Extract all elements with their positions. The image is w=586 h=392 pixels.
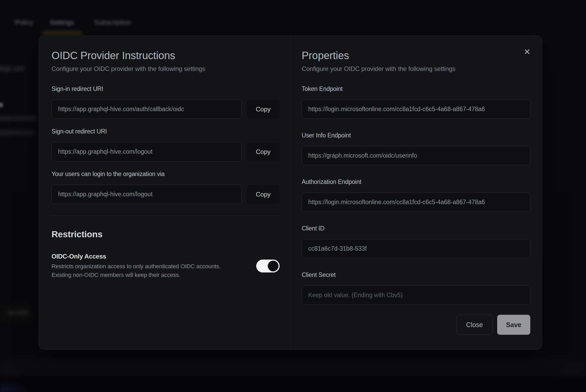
token-endpoint-input[interactable] (302, 100, 530, 119)
oidc-only-toggle[interactable] (256, 260, 280, 272)
close-button[interactable]: Close (456, 315, 493, 335)
sign-in-redirect-uri-label: Sign-in redirect URI (52, 85, 280, 93)
field-group: Your users can login to the organization… (52, 170, 280, 204)
field-group: User Info Endpoint (302, 131, 530, 165)
field-group: Client Secret (302, 271, 530, 305)
oidc-only-access-text: OIDC-Only Access Restricts organization … (52, 252, 220, 279)
copy-button[interactable]: Copy (247, 142, 280, 161)
authorization-endpoint-input[interactable] (302, 193, 530, 212)
org-login-uri-input[interactable] (52, 185, 241, 204)
field-group: Authorization Endpoint (302, 178, 530, 212)
user-info-endpoint-label: User Info Endpoint (302, 131, 530, 139)
oidc-only-access-description: Restricts organization access to only au… (52, 262, 220, 279)
field-group: Token Endpoint (302, 85, 530, 119)
instructions-subtitle: Configure your OIDC provider with the fo… (52, 65, 280, 73)
field-group: Sign-out redirect URI Copy (52, 127, 280, 161)
section-divider (52, 216, 280, 216)
properties-title: Properties (302, 49, 530, 62)
toggle-knob (268, 261, 279, 271)
client-secret-label: Client Secret (302, 271, 530, 279)
restrictions-title: Restrictions (52, 229, 280, 239)
oidc-only-access-label: OIDC-Only Access (52, 252, 220, 260)
copy-button[interactable]: Copy (247, 100, 280, 119)
instructions-pane: OIDC Provider Instructions Configure you… (39, 36, 291, 349)
sign-out-redirect-uri-label: Sign-out redirect URI (52, 127, 280, 135)
org-login-uri-label: Your users can login to the organization… (52, 170, 280, 178)
authorization-endpoint-label: Authorization Endpoint (302, 178, 530, 186)
oidc-settings-dialog: ✕ OIDC Provider Instructions Configure y… (39, 35, 542, 350)
properties-subtitle: Configure your OIDC provider with the fo… (302, 65, 530, 73)
properties-pane: Properties Configure your OIDC provider … (291, 36, 542, 349)
sign-out-redirect-uri-input[interactable] (52, 142, 241, 161)
description-line: Existing non-OIDC members will keep thei… (52, 272, 180, 278)
instructions-title: OIDC Provider Instructions (52, 49, 280, 62)
sign-in-redirect-uri-input[interactable] (52, 100, 241, 119)
description-line: Restricts organization access to only au… (52, 263, 220, 270)
copy-button[interactable]: Copy (247, 185, 280, 204)
page: Policy Settings Subscription ttings and … (0, 0, 586, 392)
field-group: Client ID (302, 224, 530, 258)
client-secret-input[interactable] (302, 286, 530, 305)
oidc-only-access-row: OIDC-Only Access Restricts organization … (52, 252, 280, 279)
user-info-endpoint-input[interactable] (302, 146, 530, 165)
client-id-label: Client ID (302, 224, 530, 232)
token-endpoint-label: Token Endpoint (302, 85, 530, 93)
client-id-input[interactable] (302, 239, 530, 258)
field-group: Sign-in redirect URI Copy (52, 85, 280, 119)
save-button[interactable]: Save (497, 315, 530, 335)
dialog-footer: Close Save (302, 315, 530, 335)
